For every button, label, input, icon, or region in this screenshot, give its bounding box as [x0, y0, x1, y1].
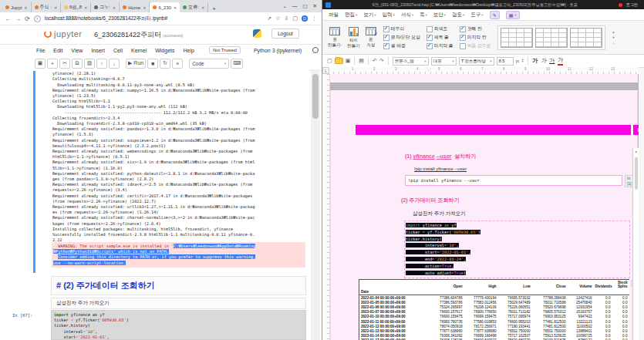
hwp-menu-보안[interactable]: 보안▾ — [433, 12, 446, 19]
restart-run-all-icon[interactable]: » — [172, 59, 183, 69]
gallery-down-icon[interactable]: ▾ — [612, 35, 614, 39]
copy-icon[interactable]: ⧉ — [72, 59, 83, 69]
style-option-checkbox[interactable]: 글자/문단 모양 — [383, 34, 420, 41]
hwp-menu-입력[interactable]: 입력▾ — [383, 12, 395, 19]
menu-item-kernel[interactable]: Kernel — [131, 48, 147, 53]
font-group-select[interactable]: 대표▾ — [431, 57, 457, 66]
gallery-up-icon[interactable]: ▴ — [612, 30, 614, 34]
doc-pip-input-box[interactable]: !pip install yfinance --user — [405, 175, 622, 186]
hwp-menu-검토[interactable]: 검토▾ — [452, 12, 464, 19]
tab-close-icon[interactable]: ✕ — [143, 5, 146, 10]
table-style-thumb[interactable] — [535, 28, 568, 48]
minimize-icon[interactable]: — — [292, 3, 298, 9]
italic-button[interactable]: 가 — [541, 57, 546, 65]
back-icon[interactable]: ← — [5, 15, 11, 22]
address-bar[interactable]: localhost:8888/notebooks/6_2306281422주피터… — [45, 15, 264, 22]
redo-icon[interactable]: ↷ — [379, 58, 384, 64]
document-page[interactable]: ✕ (1) yfinance --user 설치하기 !pip install … — [330, 90, 638, 340]
jupyter-logo[interactable]: jupyter — [44, 29, 83, 39]
hwp-menu-보기[interactable]: 보기▾ — [363, 12, 376, 19]
vertical-ruler[interactable] — [322, 74, 330, 340]
menu-item-file[interactable]: File — [36, 48, 45, 53]
tab-close-icon[interactable]: ✕ — [174, 5, 177, 10]
close-icon[interactable]: ✕ — [313, 3, 317, 9]
print-icon[interactable]: ▤ — [359, 58, 364, 64]
doc-code-block[interactable]: import yfinance as yfticker = yf.Ticker(… — [406, 222, 480, 276]
site-info-icon[interactable]: i — [34, 15, 41, 22]
tab-search-icon[interactable]: ⌄ — [282, 3, 286, 9]
indent-marker[interactable] — [427, 68, 431, 71]
style-option-checkbox[interactable]: 셀 배경 — [383, 42, 420, 49]
style-option-checkbox[interactable]: 제목 줄 — [427, 34, 453, 41]
scroll-up-icon[interactable]: ▲ — [635, 150, 638, 153]
style-option-checkbox[interactable]: 첫째 칸 — [460, 25, 491, 32]
gallery-more-icon[interactable]: ↓ — [612, 41, 614, 45]
browser-tab[interactable]: 그누:✕ — [91, 2, 120, 12]
markdown-cell[interactable]: # (2) 주가데이터 조회하기 삼성전자 주가 가져오기 — [51, 276, 306, 309]
magenta-close-icon[interactable]: ✕ — [633, 125, 639, 135]
browser-tab[interactable]: 6편_8✕ — [61, 2, 91, 12]
menu-item-help[interactable]: Help — [184, 48, 194, 53]
chrome-menu-icon[interactable]: ⋮ — [312, 15, 317, 22]
menu-item-cell[interactable]: Cell — [113, 48, 123, 53]
browser-tab[interactable]: 주식 :✕ — [32, 2, 62, 12]
menu-item-edit[interactable]: Edit — [53, 48, 62, 53]
ribbon-prop-button[interactable]: 표속성 — [366, 27, 376, 47]
tab-close-icon[interactable]: ✕ — [84, 5, 87, 10]
hwp-menu-파일[interactable]: 파일 — [329, 12, 339, 19]
cell-type-select[interactable]: Code▾ — [189, 59, 229, 69]
menu-item-view[interactable]: View — [71, 48, 83, 53]
menu-item-widgets[interactable]: Widgets — [155, 48, 174, 53]
browser-scrollbar-thumb[interactable] — [312, 74, 319, 119]
doc-scrollbar-thumb[interactable] — [635, 157, 638, 190]
extension-icon[interactable]: ▢ — [292, 15, 298, 22]
menu-item-insert[interactable]: Insert — [91, 48, 105, 53]
cut-icon[interactable]: ✂ — [59, 59, 70, 69]
style-option-checkbox[interactable]: 테두리 — [383, 25, 420, 32]
tab-close-icon[interactable]: ✕ — [201, 5, 204, 10]
new-doc-icon[interactable]: ▢ — [327, 58, 332, 64]
style-option-checkbox[interactable]: 마지막 줄 — [427, 42, 453, 49]
new-tab-button[interactable]: + — [208, 5, 220, 12]
reload-icon[interactable]: ⟳ — [25, 15, 30, 22]
profile-avatar[interactable]: D — [302, 15, 308, 22]
open-folder-icon[interactable] — [335, 58, 343, 64]
run-button[interactable]: ▶ Run — [126, 59, 146, 69]
save-icon[interactable]: ▣ — [35, 59, 46, 69]
bookmark-star-icon[interactable]: ☆ — [275, 15, 280, 22]
font-select[interactable]: T함초롬바탕▾ — [459, 57, 494, 66]
download-icon[interactable]: ⇩ — [285, 15, 289, 22]
style-option-checkbox[interactable]: 회색조 — [427, 25, 453, 32]
magenta-highlight-bar[interactable] — [356, 125, 631, 135]
tab-close-icon[interactable]: ✕ — [54, 5, 57, 10]
font-size-stepper[interactable]: ▲▼ — [521, 59, 524, 64]
hwp-menu-편집[interactable]: 편집▾ — [345, 12, 357, 19]
tab-type-selector[interactable]: L — [322, 67, 329, 74]
style-select[interactable]: 본문스_탭▾ — [393, 57, 429, 66]
tab-close-icon[interactable]: ✕ — [113, 5, 116, 10]
browser-tab[interactable]: Jupyt✕ — [2, 2, 32, 12]
browser-tab[interactable]: 6_230✕ — [150, 2, 180, 12]
move-down-icon[interactable]: ↓ — [109, 59, 120, 69]
restart-kernel-icon[interactable]: ↻ — [160, 59, 170, 69]
table-style-thumb[interactable] — [570, 28, 602, 48]
style-option-checkbox[interactable]: 마지막 칸 — [460, 34, 491, 41]
command-palette-icon[interactable]: ⌨ — [231, 59, 243, 69]
font-color-button[interactable]: 가 — [558, 56, 563, 66]
tab-close-icon[interactable]: ✕ — [24, 5, 27, 10]
move-up-icon[interactable]: ↑ — [96, 59, 107, 69]
underline-button[interactable]: 가 — [549, 57, 555, 65]
hwp-menu-도구[interactable]: 도구▾ — [470, 12, 483, 19]
bold-button[interactable]: 가 — [532, 57, 538, 65]
maximize-icon[interactable]: ▢ — [302, 3, 307, 9]
save-icon[interactable]: ▣ — [346, 58, 351, 64]
hwp-menu-서식[interactable]: 서식▾ — [401, 12, 413, 19]
logout-button[interactable]: Logout — [271, 29, 299, 39]
browser-tab[interactable]: Home✕ — [120, 2, 150, 12]
code-cell-editor[interactable]: import yfinance as yfticker = yf.Ticker(… — [51, 310, 306, 340]
login-button[interactable]: 로그인 — [625, 2, 638, 8]
notebook-title[interactable]: 6_2306281422주피터(autosaved) — [94, 30, 183, 40]
ribbon-table-button[interactable]: 표만들기- — [328, 27, 342, 47]
undo-icon[interactable]: ↶ — [373, 58, 377, 64]
add-cell-icon[interactable]: + — [47, 59, 58, 69]
